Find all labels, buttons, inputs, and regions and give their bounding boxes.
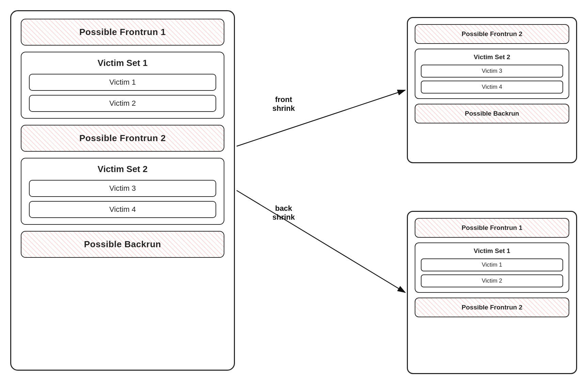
main-panel: Possible Frontrun 1 Victim Set 1 Victim … <box>10 10 235 371</box>
right-top-panel: Possible Frontrun 2 Victim Set 2 Victim … <box>407 17 577 163</box>
main-victim-set-1: Victim Set 1 Victim 1 Victim 2 <box>21 52 224 119</box>
main-frontrun-1: Possible Frontrun 1 <box>21 19 224 46</box>
front-shrink-label: frontshrink <box>272 95 295 113</box>
right-top-frontrun-2: Possible Frontrun 2 <box>415 24 569 44</box>
right-top-backrun: Possible Backrun <box>415 104 569 123</box>
main-victim-set-2-title: Victim Set 2 <box>29 164 216 174</box>
right-bottom-frontrun-1: Possible Frontrun 1 <box>415 218 569 238</box>
svg-line-2 <box>237 190 405 292</box>
right-bottom-victim-set-title: Victim Set 1 <box>421 247 563 255</box>
right-bottom-victim-1: Victim 1 <box>421 258 563 271</box>
right-top-victim-2: Victim 4 <box>421 81 563 94</box>
right-bottom-frontrun-2: Possible Frontrun 2 <box>415 298 569 317</box>
main-victim-2-2: Victim 4 <box>29 201 216 218</box>
right-top-victim-set-2: Victim Set 2 Victim 3 Victim 4 <box>415 49 569 99</box>
main-backrun: Possible Backrun <box>21 231 224 258</box>
right-top-victim-set-title: Victim Set 2 <box>421 53 563 61</box>
main-frontrun-2: Possible Frontrun 2 <box>21 125 224 152</box>
main-victim-1-1: Victim 1 <box>29 74 216 91</box>
main-victim-set-1-title: Victim Set 1 <box>29 58 216 68</box>
right-bottom-panel: Possible Frontrun 1 Victim Set 1 Victim … <box>407 211 577 374</box>
right-bottom-victim-2: Victim 2 <box>421 274 563 287</box>
main-victim-2-1: Victim 3 <box>29 180 216 197</box>
right-bottom-victim-set-1: Victim Set 1 Victim 1 Victim 2 <box>415 242 569 293</box>
right-top-victim-1: Victim 3 <box>421 65 563 78</box>
main-victim-set-2: Victim Set 2 Victim 3 Victim 4 <box>21 158 224 225</box>
svg-line-1 <box>237 90 405 146</box>
main-victim-1-2: Victim 2 <box>29 95 216 112</box>
back-shrink-label: backshrink <box>272 204 295 222</box>
